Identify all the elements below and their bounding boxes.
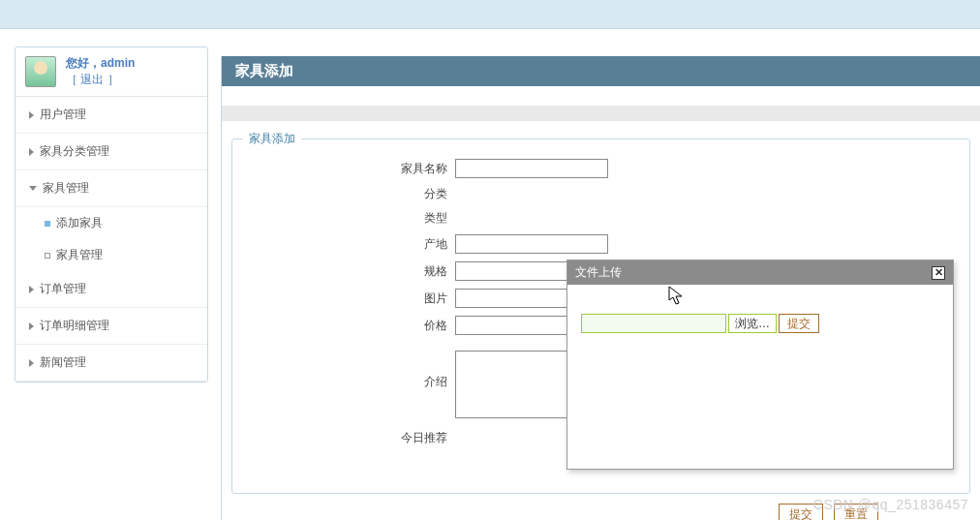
upload-dialog: 文件上传 ✕ 浏览… 提交 [567,260,954,470]
label-spec: 规格 [252,263,455,280]
label-intro: 介绍 [252,351,455,390]
browse-button[interactable]: 浏览… [728,314,777,333]
sidebar-sub-label: 添加家具 [56,215,103,231]
input-name[interactable] [455,159,608,178]
greeting: 您好， [66,56,101,70]
sidebar-sub-add-furniture[interactable]: 添加家具 [35,207,207,239]
user-text: 您好，admin ［ 退出 ］ [66,55,135,88]
label-type: 类型 [252,210,455,227]
watermark: CSDN @qq_251836457 [813,497,968,512]
square-icon [45,253,50,259]
label-name: 家具名称 [252,161,455,177]
sidebar-item-users[interactable]: 用户管理 [15,97,207,134]
dialog-header[interactable]: 文件上传 ✕ [567,260,953,285]
sidebar-sub-manage-furniture[interactable]: 家具管理 [35,239,207,271]
sidebar-item-label: 用户管理 [40,107,86,123]
sidebar-item-furniture[interactable]: 家具管理 [15,170,207,207]
avatar [25,56,56,87]
logout-link[interactable]: 退出 [80,73,104,86]
file-path-display [581,314,726,333]
sidebar-sub-label: 家具管理 [56,247,103,263]
sidebar-item-label: 家具管理 [43,180,89,197]
gray-band [222,106,980,121]
caret-down-icon [29,186,37,191]
caret-right-icon [29,111,34,119]
username: admin [101,56,135,70]
sidebar-submenu: 添加家具 家具管理 [15,207,207,271]
user-box: 您好，admin ［ 退出 ］ [15,47,207,97]
label-origin: 产地 [252,236,455,253]
sidebar-item-orders[interactable]: 订单管理 [15,271,207,308]
upload-submit-button[interactable]: 提交 [779,314,819,333]
sidebar-item-label: 订单明细管理 [40,318,109,334]
dialog-title: 文件上传 [575,264,622,281]
label-category: 分类 [252,186,455,202]
top-bar [0,0,980,29]
caret-right-icon [29,286,34,293]
sidebar-item-label: 新闻管理 [40,354,86,371]
caret-right-icon [29,359,34,367]
caret-right-icon [29,148,34,156]
square-active-icon [45,221,50,227]
label-image: 图片 [252,291,455,307]
caret-right-icon [29,322,34,330]
input-origin[interactable] [455,234,608,254]
sidebar-item-furniture-category[interactable]: 家具分类管理 [15,134,207,170]
sidebar-item-order-details[interactable]: 订单明细管理 [15,308,207,345]
close-icon[interactable]: ✕ [932,266,945,280]
sidebar: 您好，admin ［ 退出 ］ 用户管理 家具分类管理 家具管理 添加家具 家具… [15,46,208,382]
label-price: 价格 [252,318,455,334]
section-title: 家具添加 [243,131,301,147]
page-title: 家具添加 [222,56,980,86]
label-recommend: 今日推荐 [252,430,455,446]
sidebar-item-label: 家具分类管理 [40,143,109,160]
sidebar-item-label: 订单管理 [40,281,86,297]
dialog-body: 浏览… 提交 [567,285,953,469]
sidebar-item-news[interactable]: 新闻管理 [15,345,207,382]
